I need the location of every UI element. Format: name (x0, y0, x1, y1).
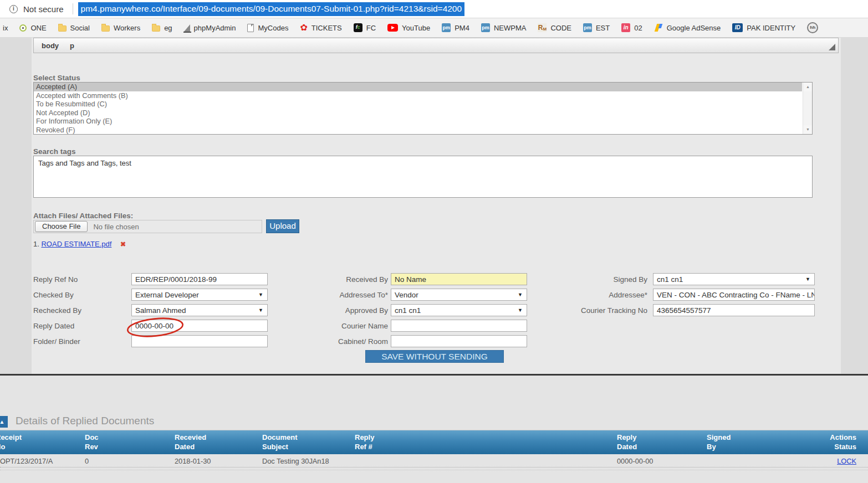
chevron-down-icon: ▼ (518, 292, 523, 297)
table-header-row: ReceiptNoDocRevReceviedDatedDocumentSubj… (0, 430, 868, 454)
editor-element-path-bar: body p (33, 38, 839, 53)
editor-resize-handle-icon[interactable] (829, 44, 835, 50)
chevron-down-icon: ▼ (258, 307, 263, 313)
scroll-down-icon[interactable]: ▼ (803, 125, 813, 134)
select-status-label: Select Status (33, 74, 80, 82)
approved-by-label: Approved By (288, 306, 388, 315)
approved-by-select[interactable]: cn1 cn1▼ (391, 304, 527, 316)
bookmark-label: EST (596, 24, 610, 32)
not-secure-label[interactable]: Not secure (23, 4, 64, 14)
signed-by-select[interactable]: cn1 cn1▼ (653, 273, 815, 285)
bookmark-gray-circle-logo-icon[interactable]: hh (807, 22, 818, 33)
bookmark-ix[interactable]: ix (3, 24, 8, 32)
file-input[interactable]: Choose File No file chosen (33, 220, 262, 233)
status-option-not-accepted-d[interactable]: Not Accepted (D) (34, 109, 802, 117)
table-cell: 0000-00-00 (617, 457, 653, 465)
reply-dated-input[interactable] (131, 320, 268, 332)
status-option-for-information-only-e[interactable]: For Information Only (E) (34, 117, 802, 126)
checked-by-label: Checked By (33, 291, 74, 299)
rechecked-by-value: Salman Ahmed (135, 306, 186, 315)
signed-by-label: Signed By (527, 275, 647, 284)
courier-name-label: Courier Name (288, 322, 388, 330)
bookmark-label: MyCodes (258, 24, 288, 32)
bookmark-est[interactable]: pmEST (583, 23, 610, 32)
replied-documents-section: ▲ Details of Replied Documents ReceiptNo… (0, 376, 868, 483)
green-dot-circle-icon (19, 24, 27, 32)
bookmark-workers[interactable]: Workers (101, 24, 140, 32)
bookmark-label: FC (366, 24, 376, 32)
bookmark-eg[interactable]: eg (152, 24, 172, 32)
status-option-to-be-resubmitted-c[interactable]: To be Resubmitted (C) (34, 100, 802, 109)
addressed-to-select[interactable]: Vendor▼ (391, 289, 527, 301)
search-tags-input[interactable]: Tags and Tags and Tags, test (33, 156, 813, 198)
bookmark-02[interactable]: in02 (621, 23, 642, 32)
rechecked-by-select[interactable]: Salman Ahmed▼ (131, 304, 268, 316)
rechecked-by-label: Rechecked By (33, 306, 81, 315)
column-header-actions-status: ActionsStatus (830, 433, 856, 451)
table-row: OPT/123/2017/A02018-01-30Doc Testing 30J… (0, 454, 868, 467)
folder-binder-input[interactable] (131, 335, 268, 347)
approved-by-value: cn1 cn1 (395, 306, 421, 315)
bookmark-newpma[interactable]: pmNEWPMA (481, 23, 527, 32)
bookmark-youtube[interactable]: YouTube (387, 24, 430, 32)
reply-dated-label: Reply Dated (33, 322, 74, 330)
checked-by-select[interactable]: External Developer▼ (131, 289, 268, 301)
huawei-flower-icon: ✿ (300, 23, 307, 32)
bookmark-google-adsense[interactable]: Google AdSense (654, 23, 721, 32)
bookmark-label: PM4 (455, 24, 469, 32)
phpmyadmin-sail-icon (184, 24, 190, 32)
addressed-to-value: Vendor (395, 291, 418, 299)
folder-icon (58, 25, 67, 32)
document-icon (247, 24, 254, 32)
folder-icon (152, 25, 160, 32)
attached-file-index: 1. (33, 240, 39, 248)
path-p-button[interactable]: p (70, 42, 74, 50)
addressee-select[interactable]: VEN - CON - ABC Contracting Co - FName -… (653, 289, 815, 301)
bookmark-pak-identity[interactable]: IDPAK IDENTITY (732, 23, 795, 32)
courier-tracking-no-input[interactable] (653, 304, 815, 316)
in-pink-icon: in (621, 23, 630, 32)
details-section-title: Details of Replied Documents (16, 415, 154, 427)
status-option-accepted-a[interactable]: Accepted (A) (34, 83, 802, 91)
bookmark-tickets[interactable]: ✿TICKETS (300, 23, 341, 32)
bookmark-fc[interactable]: fcFC (354, 23, 376, 32)
bookmark-social[interactable]: Social (58, 24, 90, 32)
save-without-sending-button[interactable]: SAVE WITHOUT SENDING (365, 350, 504, 363)
bookmark-mycodes[interactable]: MyCodes (247, 24, 288, 32)
bookmark-code[interactable]: RMCODE (538, 23, 571, 32)
bookmark-label: PAK IDENTITY (747, 24, 795, 32)
bookmark-label: 02 (634, 24, 642, 32)
info-icon[interactable]: i (9, 5, 18, 13)
bookmark-one[interactable]: ONE (19, 24, 46, 32)
choose-file-button[interactable]: Choose File (35, 221, 88, 232)
bookmark-pm4[interactable]: pmPM4 (442, 23, 469, 32)
status-listbox[interactable]: Accepted (A)Accepted with Comments (B)To… (33, 82, 813, 135)
remove-attachment-icon[interactable]: ✖ (120, 240, 126, 248)
received-by-input[interactable] (391, 273, 527, 285)
upload-button[interactable]: Upload (266, 219, 299, 233)
attached-file-link[interactable]: ROAD ESTIMATE.pdf (41, 240, 111, 248)
collapse-triangle-icon[interactable]: ▲ (0, 416, 8, 428)
table-cell: 2018-01-30 (175, 457, 211, 465)
courier-name-input[interactable] (391, 320, 527, 332)
no-file-chosen-text: No file chosen (93, 223, 139, 231)
bookmark-phpmyadmin[interactable]: phpMyAdmin (184, 24, 236, 32)
bookmarks-bar: ixONESocialWorkersegphpMyAdminMyCodes✿TI… (0, 18, 868, 38)
column-header-recevied-dated: ReceviedDated (175, 433, 206, 451)
lock-action-link[interactable]: LOCK (837, 457, 856, 465)
bookmark-label: Google AdSense (667, 24, 721, 32)
reply-ref-no-input[interactable] (131, 273, 268, 285)
path-body-button[interactable]: body (42, 42, 59, 50)
pm-blue-icon: pm (481, 23, 490, 32)
listbox-scrollbar[interactable]: ▲ ▼ (803, 83, 812, 134)
status-option-accepted-with-comments-b[interactable]: Accepted with Comments (B) (34, 91, 802, 100)
table-cell: 0 (85, 457, 89, 465)
rm-code-icon: RM (538, 23, 547, 32)
bookmark-label: Social (70, 24, 90, 32)
cabinet-room-input[interactable] (391, 335, 527, 347)
url-text-selected[interactable]: pm4.pmanywhere.co/Interface/09-documents… (78, 2, 465, 16)
scroll-up-icon[interactable]: ▲ (803, 83, 813, 91)
pm-blue-icon: pm (442, 23, 451, 32)
bookmark-label: CODE (550, 24, 571, 32)
status-option-revoked-f[interactable]: Revoked (F) (34, 126, 802, 135)
